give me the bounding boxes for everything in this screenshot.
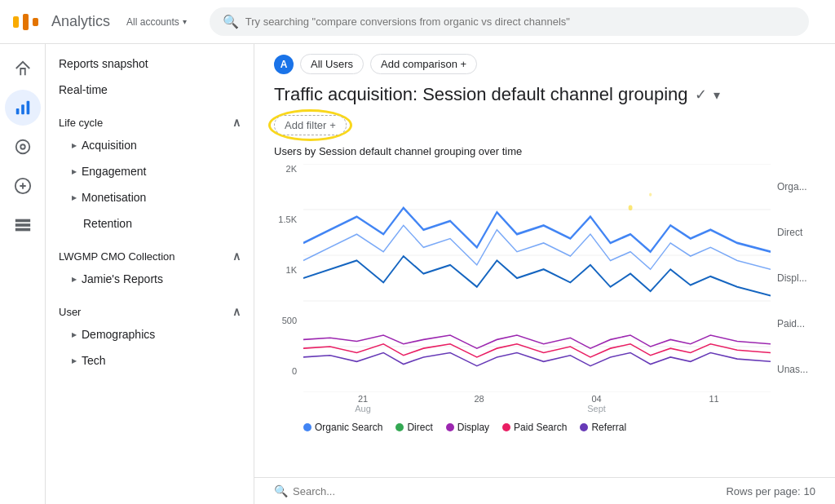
search-bar[interactable]: 🔍 xyxy=(210,7,809,36)
sidebar-item-demographics[interactable]: ▶ Demographics xyxy=(46,321,254,347)
legend-paid: Paid Search xyxy=(502,422,567,433)
x-label-21: 21 Aug xyxy=(355,394,371,413)
page-title: Traffic acquisition: Session default cha… xyxy=(274,84,688,105)
x-label-28-main: 28 xyxy=(474,394,484,404)
x-label-04: 04 Sept xyxy=(587,394,606,413)
svg-point-3 xyxy=(15,140,29,154)
logo xyxy=(13,14,38,30)
main-content: A All Users Add comparison + Traffic acq… xyxy=(254,44,835,504)
rows-per-page-area: Rows per page: 10 xyxy=(726,485,815,497)
svg-point-14 xyxy=(629,206,633,210)
chart-svg-wrapper xyxy=(303,164,771,392)
page-title-row: Traffic acquisition: Session default cha… xyxy=(254,74,835,112)
user-badge: A xyxy=(274,55,294,74)
jamies-reports-label: Jamie's Reports xyxy=(82,272,163,285)
svg-point-4 xyxy=(20,144,25,149)
legend-display: Display xyxy=(446,422,489,433)
nav-advertising[interactable] xyxy=(5,168,41,204)
sidebar-item-realtime[interactable]: Real-time xyxy=(46,77,254,103)
y-label-0: 0 xyxy=(292,366,297,376)
add-filter-label: Add filter xyxy=(285,119,326,131)
x-label-04-main: 04 xyxy=(587,394,606,404)
svg-rect-5 xyxy=(15,220,29,222)
search-input[interactable] xyxy=(245,15,796,28)
main-layout: Reports snapshot Real-time Life cycle ∧ … xyxy=(0,44,835,504)
left-rail xyxy=(0,44,46,504)
expand-icon: ▶ xyxy=(72,142,77,149)
account-label: All accounts xyxy=(126,16,179,28)
topbar: Analytics All accounts ▾ 🔍 xyxy=(0,0,835,44)
svg-point-15 xyxy=(649,193,652,197)
main-header: A All Users Add comparison + xyxy=(254,44,835,74)
sidebar-item-monetisation[interactable]: ▶ Monetisation xyxy=(46,184,254,210)
legend-dot-paid xyxy=(502,423,510,431)
sidebar-item-reports-snapshot[interactable]: Reports snapshot xyxy=(46,51,254,77)
nav-reports[interactable] xyxy=(5,90,41,126)
retention-label: Retention xyxy=(83,217,132,230)
nav-home[interactable] xyxy=(5,51,41,86)
legend-label-direct: Direct xyxy=(407,422,432,433)
rows-per-page-label: Rows per page: xyxy=(726,485,800,497)
legend-dot-organic xyxy=(303,423,311,431)
right-label-orga: Orga... xyxy=(777,181,815,192)
chart-legend: Organic Search Direct Display Paid Searc… xyxy=(303,415,815,440)
account-selector[interactable]: All accounts ▾ xyxy=(126,16,187,28)
bottom-search-icon: 🔍 xyxy=(274,484,288,497)
svg-rect-0 xyxy=(15,108,19,114)
x-label-21-main: 21 xyxy=(355,394,371,404)
reports-snapshot-label: Reports snapshot xyxy=(59,57,148,70)
title-chevron-icon[interactable]: ▾ xyxy=(714,87,720,103)
legend-label-organic: Organic Search xyxy=(315,422,382,433)
nav-explore[interactable] xyxy=(5,129,41,165)
legend-label-referral: Referral xyxy=(591,422,626,433)
user-group-header[interactable]: User ∧ xyxy=(46,295,254,321)
tech-label: Tech xyxy=(82,354,106,367)
user-label: User xyxy=(59,306,81,318)
search-icon: 🔍 xyxy=(223,14,239,29)
sidebar-item-engagement[interactable]: ▶ Engagement xyxy=(46,158,254,184)
acquisition-label: Acquisition xyxy=(82,139,137,152)
lifecycle-group-header[interactable]: Life cycle ∧ xyxy=(46,106,254,132)
all-users-button[interactable]: All Users xyxy=(300,54,364,74)
expand-icon: ▶ xyxy=(72,357,77,365)
add-filter-button[interactable]: Add filter + xyxy=(274,115,347,135)
lwgmp-group-header[interactable]: LWGMP CMO Collection ∧ xyxy=(46,240,254,266)
bottom-search-area[interactable]: 🔍 xyxy=(274,484,391,497)
x-label-21-sub: Aug xyxy=(355,404,371,413)
expand-icon: ▶ xyxy=(72,331,77,338)
legend-referral: Referral xyxy=(580,422,626,433)
legend-dot-direct xyxy=(395,423,404,431)
x-axis: 21 Aug 28 04 Sept 11 xyxy=(303,392,771,415)
filter-row: Add filter + xyxy=(254,112,835,145)
nav-admin[interactable] xyxy=(5,207,41,243)
right-label-unas: Unas... xyxy=(777,364,815,375)
sidebar-user-section: User ∧ ▶ Demographics ▶ Tech xyxy=(46,295,254,374)
x-label-28: 28 xyxy=(474,394,484,413)
bottom-search-input[interactable] xyxy=(293,485,391,497)
legend-direct: Direct xyxy=(395,422,432,433)
user-collapse-icon: ∧ xyxy=(232,305,241,318)
realtime-label: Real-time xyxy=(59,83,108,96)
sidebar-lifecycle-section: Life cycle ∧ ▶ Acquisition ▶ Engagement … xyxy=(46,106,254,237)
svg-rect-1 xyxy=(21,104,24,114)
y-label-2k: 2K xyxy=(286,164,297,174)
chart-container: Users by Session default channel groupin… xyxy=(254,145,835,477)
demographics-label: Demographics xyxy=(82,328,155,341)
x-label-11-main: 11 xyxy=(709,394,718,404)
sidebar-item-tech[interactable]: ▶ Tech xyxy=(46,347,254,374)
legend-dot-display xyxy=(446,423,454,431)
sidebar-top-section: Reports snapshot Real-time xyxy=(46,51,254,103)
legend-dot-referral xyxy=(580,423,588,431)
add-comparison-button[interactable]: Add comparison + xyxy=(370,54,477,74)
lwgmp-collapse-icon: ∧ xyxy=(232,250,241,263)
sidebar: Reports snapshot Real-time Life cycle ∧ … xyxy=(46,44,254,504)
y-label-500: 500 xyxy=(282,316,297,325)
add-comparison-label: Add comparison + xyxy=(381,58,466,70)
svg-rect-6 xyxy=(15,224,29,226)
sidebar-item-jamies-reports[interactable]: ▶ Jamie's Reports xyxy=(46,266,254,292)
sidebar-item-retention[interactable]: Retention xyxy=(46,210,254,237)
y-axis: 2K 1.5K 1K 500 0 xyxy=(274,164,303,392)
expand-icon: ▶ xyxy=(72,276,77,283)
sidebar-item-acquisition[interactable]: ▶ Acquisition xyxy=(46,132,254,158)
bottom-bar: 🔍 Rows per page: 10 xyxy=(254,477,835,504)
